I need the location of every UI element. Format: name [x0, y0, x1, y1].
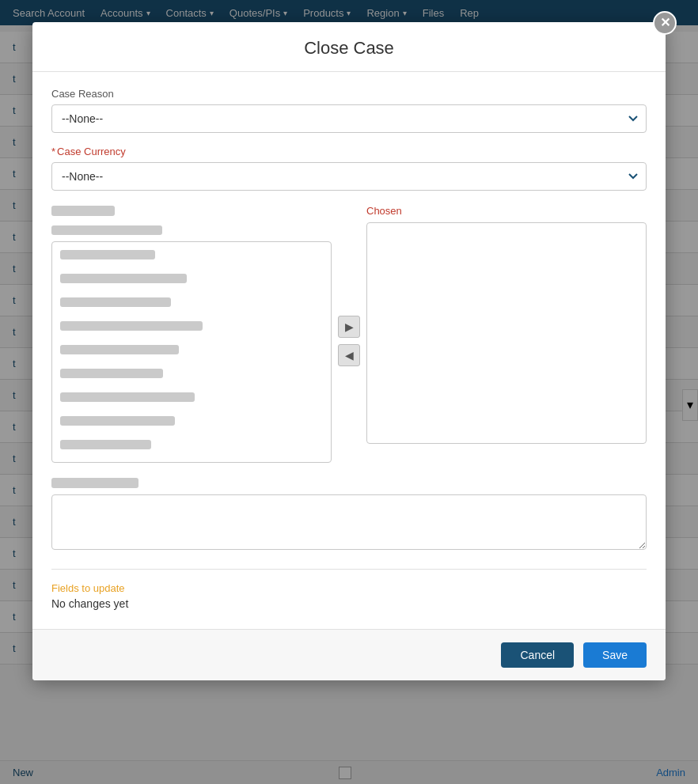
list-item[interactable]: [52, 242, 331, 266]
case-currency-select[interactable]: --None--: [51, 162, 647, 191]
chosen-list-box[interactable]: [366, 222, 647, 444]
available-list-header: [51, 203, 332, 218]
fields-to-update-value: No changes yet: [51, 597, 647, 610]
modal-dialog: ✕ Close Case Case Reason --None-- *Case …: [32, 22, 666, 680]
list-arrows: ▶ ◀: [332, 219, 366, 463]
textarea-label-container: [51, 475, 647, 490]
modal-header: Close Case: [32, 22, 666, 72]
list-item[interactable]: [52, 266, 331, 290]
fields-to-update-label: Fields to update: [51, 582, 647, 594]
list-item[interactable]: [52, 361, 331, 384]
list-item[interactable]: [52, 290, 331, 313]
case-reason-group: Case Reason --None--: [51, 88, 647, 133]
available-list-box[interactable]: [51, 241, 332, 463]
modal-footer: Cancel Save: [32, 629, 666, 680]
list-item[interactable]: [52, 337, 331, 361]
case-reason-select[interactable]: --None--: [51, 104, 647, 133]
case-currency-group: *Case Currency --None--: [51, 146, 647, 191]
move-left-button[interactable]: ◀: [338, 344, 360, 366]
available-list-panel: [51, 203, 332, 463]
modal-body: Case Reason --None-- *Case Currency --No…: [32, 72, 666, 629]
save-button[interactable]: Save: [583, 642, 647, 668]
dual-list-container: ▶ ◀ Chosen: [51, 203, 647, 463]
list-item[interactable]: [52, 384, 331, 408]
case-reason-label: Case Reason: [51, 88, 647, 100]
textarea-group: [51, 475, 647, 553]
fields-to-update-section: Fields to update No changes yet: [51, 576, 647, 613]
modal-overlay: ✕ Close Case Case Reason --None-- *Case …: [0, 0, 698, 784]
cancel-button[interactable]: Cancel: [501, 642, 574, 668]
available-sub-header: [51, 222, 332, 237]
chosen-list-panel: Chosen: [366, 203, 647, 463]
available-sub-blur: [51, 225, 162, 235]
modal-divider: [51, 569, 647, 570]
case-currency-label: *Case Currency: [51, 146, 647, 157]
textarea-label-blur: [51, 478, 138, 488]
chosen-header: Chosen: [366, 203, 647, 218]
modal-title: Close Case: [51, 38, 647, 59]
move-right-button[interactable]: ▶: [338, 316, 360, 338]
textarea-field[interactable]: [51, 494, 647, 550]
modal-close-button[interactable]: ✕: [653, 11, 677, 35]
list-item[interactable]: [52, 432, 331, 456]
list-item[interactable]: [52, 313, 331, 337]
available-label-blur: [51, 206, 115, 216]
list-item[interactable]: [52, 408, 331, 432]
chosen-label: Chosen: [366, 205, 402, 217]
